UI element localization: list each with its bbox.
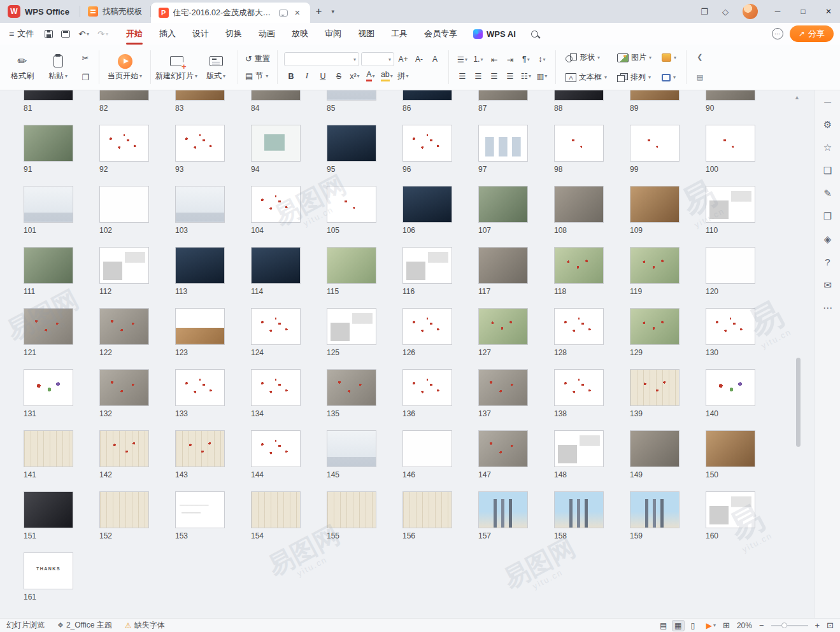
slide-thumbnail-140[interactable] xyxy=(706,369,755,406)
avatar[interactable] xyxy=(743,4,758,19)
view-mode-label[interactable]: 幻灯片浏览 xyxy=(6,620,45,631)
menu-tab-审阅[interactable]: 审阅 xyxy=(317,23,350,45)
docer-skin-icon[interactable]: ◇ xyxy=(716,7,734,17)
selection-pane-icon[interactable]: ❏ xyxy=(823,165,832,175)
menu-tab-开始[interactable]: 开始 xyxy=(118,23,151,45)
slide-thumbnail-98[interactable] xyxy=(554,125,604,162)
menu-tab-工具[interactable]: 工具 xyxy=(383,23,416,45)
favorites-icon[interactable]: ☆ xyxy=(823,143,832,152)
home-tab[interactable]: W WPS Office xyxy=(0,0,80,23)
navigation-icon[interactable]: ◈ xyxy=(824,234,832,244)
font-family-select[interactable]: ▾ xyxy=(284,52,359,66)
save-button[interactable] xyxy=(41,28,56,40)
slide-thumbnail-159[interactable] xyxy=(630,491,680,528)
slide-thumbnail-119[interactable] xyxy=(630,247,680,284)
slide-thumbnail-120[interactable] xyxy=(706,247,755,284)
slide-thumbnail-118[interactable] xyxy=(554,247,604,284)
slide-thumbnail-85[interactable] xyxy=(327,90,376,101)
vertical-scrollbar[interactable] xyxy=(796,358,801,447)
slide-thumbnail-108[interactable] xyxy=(554,186,604,223)
picture-button[interactable]: 图片▾ xyxy=(615,49,654,66)
slide-thumbnail-116[interactable] xyxy=(402,247,452,284)
increase-indent-button[interactable]: ⇥ xyxy=(503,53,517,66)
shrink-font-button[interactable]: A- xyxy=(412,53,426,66)
slide-thumbnail-87[interactable] xyxy=(478,90,528,101)
slide-thumbnail-160[interactable] xyxy=(706,491,755,528)
columns-button[interactable]: ▥▾ xyxy=(535,69,549,83)
slideshow-button[interactable]: ▶ ▾ xyxy=(706,621,716,630)
slide-thumbnail-149[interactable] xyxy=(630,430,680,467)
slide-thumbnail-95[interactable] xyxy=(327,125,376,162)
fill-color-button[interactable]: ▾ xyxy=(659,49,679,66)
slide-thumbnail-151[interactable] xyxy=(24,491,73,528)
slide-thumbnail-137[interactable] xyxy=(478,369,528,406)
zoom-slider[interactable] xyxy=(771,625,808,626)
slide-thumbnail-133[interactable] xyxy=(175,369,225,406)
slide-thumbnail-124[interactable] xyxy=(251,308,301,345)
slide-thumbnail-131[interactable] xyxy=(24,369,73,406)
align-center-button[interactable]: ☰ xyxy=(471,69,485,83)
slide-thumbnail-138[interactable] xyxy=(554,369,604,406)
slide-thumbnail-94[interactable] xyxy=(251,125,301,162)
slide-thumbnail-84[interactable] xyxy=(251,90,301,101)
textbox-button[interactable]: A文本框▾ xyxy=(563,69,609,86)
slide-thumbnail-110[interactable] xyxy=(706,186,755,223)
slide-thumbnail-148[interactable] xyxy=(554,430,604,467)
slide-thumbnail-99[interactable] xyxy=(630,125,680,162)
strikethrough-button[interactable]: S xyxy=(332,69,346,83)
slide-thumbnail-112[interactable] xyxy=(99,247,149,284)
slide-thumbnail-123[interactable] xyxy=(175,308,225,345)
outline-color-button[interactable]: ▾ xyxy=(659,69,679,86)
slide-thumbnail-156[interactable] xyxy=(402,491,452,528)
slide-thumbnail-122[interactable] xyxy=(99,308,149,345)
align-left-button[interactable]: ☰ xyxy=(455,69,469,83)
menu-tab-动画[interactable]: 动画 xyxy=(250,23,283,45)
font-size-select[interactable]: ▾ xyxy=(361,52,394,66)
slide-thumbnail-132[interactable] xyxy=(99,369,149,406)
layout-button[interactable]: 版式▾ xyxy=(199,48,233,87)
slide-thumbnail-90[interactable] xyxy=(706,90,755,101)
slide-thumbnail-103[interactable] xyxy=(175,186,225,223)
share-button[interactable]: ↗ 分享 xyxy=(790,25,834,42)
print-button[interactable] xyxy=(58,29,73,39)
text-direction-button[interactable]: ¶▾ xyxy=(519,53,533,66)
assistant-button[interactable]: ⋯ xyxy=(765,23,790,45)
slide-thumbnail-135[interactable] xyxy=(327,369,376,406)
slide-thumbnail-142[interactable] xyxy=(99,430,149,467)
slide-thumbnail-134[interactable] xyxy=(251,369,301,406)
wps-ai-button[interactable]: WPS AI xyxy=(466,23,523,45)
font-color-button[interactable]: A▾ xyxy=(364,69,378,83)
slide-thumbnail-91[interactable] xyxy=(24,125,73,162)
new-slide-button[interactable]: 新建幻灯片▾ xyxy=(155,48,197,87)
cut-button[interactable]: ✂ xyxy=(78,51,93,65)
highlight-button[interactable]: ab▾ xyxy=(380,69,394,83)
bullets-button[interactable]: ☰▾ xyxy=(455,53,469,66)
document-tab-2-active[interactable]: P 住宅-2016.02-金茂成都大西... ✕ xyxy=(151,3,310,23)
slide-thumbnail-139[interactable] xyxy=(630,369,680,406)
sorter-view-button[interactable]: ▦ xyxy=(672,620,685,631)
more-icon[interactable]: ⋯ xyxy=(823,303,832,312)
slide-thumbnail-86[interactable] xyxy=(402,90,452,101)
fit-window-icon[interactable]: ⊞ xyxy=(723,621,730,630)
slide-thumbnail-130[interactable] xyxy=(706,308,755,345)
slide-thumbnail-157[interactable] xyxy=(478,491,528,528)
slide-thumbnail-109[interactable] xyxy=(630,186,680,223)
new-tab-button[interactable]: + xyxy=(310,0,328,23)
zoom-slider-knob[interactable] xyxy=(781,622,787,628)
slide-thumbnail-117[interactable] xyxy=(478,247,528,284)
menu-tab-会员专享[interactable]: 会员专享 xyxy=(416,23,466,45)
minimize-button[interactable]: ─ xyxy=(766,0,789,23)
justify-button[interactable]: ☰ xyxy=(503,69,517,83)
slide-thumbnail-128[interactable] xyxy=(554,308,604,345)
underline-button[interactable]: U xyxy=(316,69,330,83)
arrange-button[interactable]: 排列▾ xyxy=(615,69,654,86)
slide-thumbnail-155[interactable] xyxy=(327,491,376,528)
section-button[interactable]: ▤节▾ xyxy=(243,69,273,83)
slide-thumbnail-93[interactable] xyxy=(175,125,225,162)
slide-thumbnail-150[interactable] xyxy=(706,430,755,467)
slide-thumbnail-106[interactable] xyxy=(402,186,452,223)
ribbon-display-icon[interactable]: ▤ xyxy=(692,71,708,85)
shapes-button[interactable]: 形状▾ xyxy=(563,49,609,66)
menu-tab-切换[interactable]: 切换 xyxy=(217,23,250,45)
slide-thumbnail-114[interactable] xyxy=(251,247,301,284)
